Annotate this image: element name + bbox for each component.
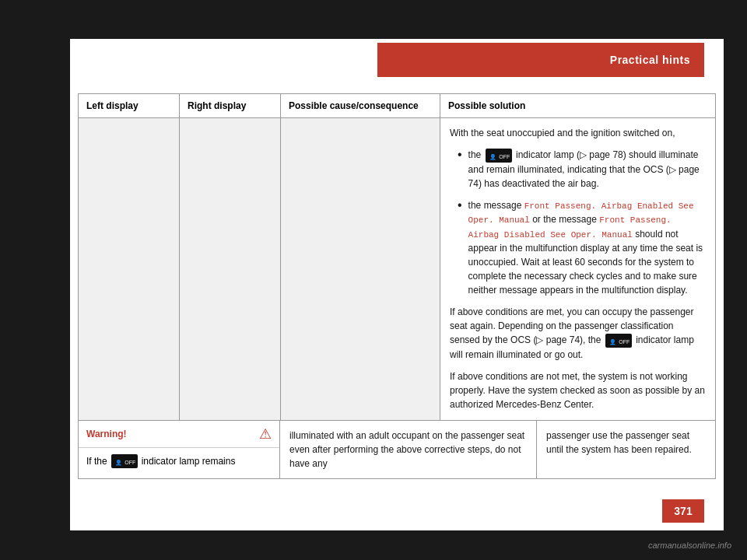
- ocs-icon-2: 👤 OFF: [608, 334, 630, 347]
- table-header-row: Left display Right display Possible caus…: [79, 94, 715, 118]
- bullet-list: • the 👤 OFF indicator: [458, 148, 706, 297]
- bullet-text-1: the 👤 OFF indicator lamp (▷ page 78) sho…: [468, 148, 706, 191]
- ocs-icon: 👤 OFF: [488, 149, 510, 162]
- bullet-dot-2: •: [458, 199, 462, 212]
- bottom-bar: carmanualsonline.info: [0, 530, 747, 560]
- warning-right-text: passenger use the passenger seat until t…: [537, 420, 716, 479]
- warning-box: Warning! ⚠ If the 👤 OFF indicator lamp r…: [78, 420, 280, 479]
- bullet-text-2: the message Front Passeng. Airbag Enable…: [468, 198, 706, 298]
- page-number: 371: [662, 499, 704, 523]
- body-col-left: [79, 118, 180, 427]
- col-cause-header: Possible cause/consequence: [281, 94, 440, 117]
- main-table: Left display Right display Possible caus…: [78, 93, 716, 428]
- svg-text:👤
              OFF: 👤 OFF: [609, 338, 630, 345]
- col-solution-header: Possible solution: [440, 94, 715, 117]
- solution-para-2: If above conditions are not met, the sys…: [450, 369, 706, 411]
- bullet-item-2: • the message Front Passeng. Airbag Enab…: [458, 198, 706, 298]
- header-bar: Practical hints: [377, 43, 704, 77]
- svg-text:👤
                  OFF: 👤 OFF: [489, 153, 510, 160]
- warning-indicator-icon: 👤 OFF: [111, 454, 138, 468]
- watermark: carmanualsonline.info: [648, 541, 731, 550]
- header-title: Practical hints: [610, 54, 690, 66]
- bottom-section: Warning! ⚠ If the 👤 OFF indicator lamp r…: [78, 420, 716, 479]
- solution-para-1: If above conditions are met, you can occ…: [450, 305, 706, 362]
- warning-label: Warning!: [86, 429, 127, 439]
- table-body-row: With the seat unoccupied and the ignitio…: [79, 118, 715, 427]
- body-col-right: [180, 118, 281, 427]
- body-col-cause: [281, 118, 440, 427]
- warning-middle-text: illuminated with an adult occupant on th…: [280, 420, 537, 479]
- indicator-icon-2: 👤 OFF: [605, 334, 632, 348]
- bullet-item-1: • the 👤 OFF indicator: [458, 148, 706, 191]
- warning-header: Warning! ⚠: [79, 421, 279, 448]
- col-right-display-header: Right display: [180, 94, 281, 117]
- warning-ocs-icon: 👤 OFF: [114, 455, 135, 467]
- solution-intro: With the seat unoccupied and the ignitio…: [450, 126, 706, 140]
- warning-triangle-icon: ⚠: [259, 425, 272, 443]
- warning-body: If the 👤 OFF indicator lamp remains: [79, 448, 279, 474]
- body-col-solution: With the seat unoccupied and the ignitio…: [440, 118, 715, 427]
- bullet-dot-1: •: [458, 149, 462, 161]
- col-left-display-header: Left display: [79, 94, 180, 117]
- svg-text:👤
            OFF: 👤 OFF: [115, 459, 135, 466]
- indicator-icon-1: 👤 OFF: [486, 149, 512, 163]
